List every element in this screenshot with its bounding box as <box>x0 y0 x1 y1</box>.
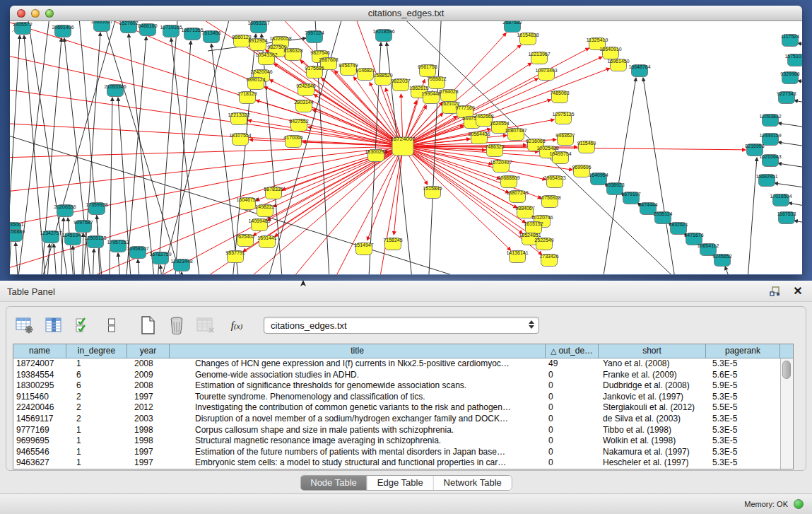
tab-network-table[interactable]: Network Table <box>434 476 512 490</box>
graph-node[interactable]: 8912954 <box>248 38 267 51</box>
graph-node[interactable]: 16154838 <box>517 33 539 45</box>
graph-node[interactable]: 20691406 <box>52 25 73 37</box>
table-row[interactable]: 1872400712008Changes of HCN gene express… <box>13 358 780 370</box>
window-titlebar[interactable]: citations_edges.txt <box>10 6 802 21</box>
select-columns-button[interactable] <box>44 315 64 335</box>
graph-node[interactable]: 1117524 <box>781 34 799 47</box>
graph-node[interactable]: 1691441 <box>257 235 276 248</box>
graph-node[interactable]: 1514947 <box>354 243 373 255</box>
graph-node[interactable]: 20206536 <box>54 204 76 217</box>
graph-node[interactable]: 12975125 <box>552 112 574 124</box>
graph-node[interactable]: 9245652 <box>712 254 731 267</box>
graph-node[interactable]: 20564436 <box>468 132 490 144</box>
graph-node[interactable]: 7486322 <box>485 144 504 157</box>
graph-node[interactable]: 15751074 <box>784 54 802 66</box>
graph-node[interactable]: 9097587 <box>73 220 93 233</box>
tab-node-table[interactable]: Node Table <box>300 476 367 490</box>
table-row[interactable]: 1938455462009Genome-wide association stu… <box>13 370 780 381</box>
scrollbar-thumb[interactable] <box>782 361 791 379</box>
column-header-short[interactable]: short <box>599 344 706 358</box>
graph-node[interactable]: 15720407 <box>490 160 512 173</box>
graph-node[interactable]: 2687682 <box>502 21 522 33</box>
close-panel-button[interactable]: ✕ <box>791 284 805 298</box>
graph-node[interactable]: 12093832 <box>759 114 781 127</box>
graph-node[interactable]: 5878335 <box>264 187 283 199</box>
graph-node[interactable]: 9822037 <box>391 78 410 91</box>
graph-node[interactable]: 6961758 <box>418 64 437 77</box>
graph-node[interactable]: 18300295 <box>365 149 387 162</box>
window-resize-grip[interactable] <box>10 21 21 33</box>
graph-node[interactable]: 12505135 <box>84 235 106 248</box>
graph-node[interactable]: 19495754 <box>549 151 571 164</box>
graph-node[interactable]: 12923448 <box>170 259 192 271</box>
graph-node[interactable]: 12342757 <box>40 230 61 243</box>
graph-node[interactable]: 9329966 <box>780 71 799 84</box>
graph-node[interactable]: 10973493 <box>535 68 557 81</box>
graph-node[interactable]: 8466160 <box>138 23 157 36</box>
table-row[interactable]: 1830029562008Estimation of significance … <box>13 380 780 392</box>
table-scrollbar[interactable] <box>780 358 793 469</box>
graph-node[interactable]: 11451947 <box>62 233 84 245</box>
graph-node[interactable]: 15692951 <box>755 174 777 187</box>
table-row[interactable]: 946362711997Embryonic stem cells: a mode… <box>13 457 780 469</box>
network-canvas[interactable]: 2405572206914061065532715276028466160107… <box>10 21 802 274</box>
graph-node[interactable]: 1733426 <box>539 254 558 267</box>
graph-node[interactable]: 18640910 <box>599 47 621 59</box>
column-header-pagerank[interactable]: pagerank <box>706 344 780 358</box>
graph-node[interactable]: 12213967 <box>528 52 550 64</box>
graph-node[interactable]: 7625402 <box>235 234 254 247</box>
graph-node[interactable]: 10655327 <box>90 21 112 32</box>
column-header-year[interactable]: year <box>127 344 170 358</box>
graph-node[interactable]: 1527602 <box>119 21 138 33</box>
graph-node[interactable]: 9242848 <box>296 83 315 96</box>
graph-node[interactable]: 4170066 <box>283 135 302 148</box>
column-header-out_de[interactable]: △out_de… <box>546 344 599 358</box>
graph-node[interactable]: 1588520 <box>373 73 392 86</box>
graph-node[interactable]: 17957253 <box>107 240 129 252</box>
graph-node[interactable]: 17359928 <box>86 202 107 215</box>
graph-node[interactable]: 8186328 <box>283 48 302 61</box>
graph-node[interactable]: 7955812 <box>427 76 446 89</box>
graph-node[interactable]: 2803144 <box>294 100 313 112</box>
graph-node[interactable]: 7957224 <box>305 30 324 43</box>
table-row[interactable]: 969969511998Structural magnetic resonanc… <box>13 436 780 447</box>
graph-node[interactable]: 17016504 <box>770 194 792 206</box>
graph-node[interactable]: 19654923 <box>543 175 565 188</box>
graph-node[interactable]: 9146821 <box>355 68 375 81</box>
graph-node[interactable]: 16958107 <box>126 246 148 259</box>
graph-node[interactable]: 18807249 <box>506 190 528 203</box>
graph-node[interactable]: 18107554 <box>229 133 251 146</box>
graph-node[interactable]: 10688809 <box>498 175 519 188</box>
graph-node[interactable]: 2718129 <box>237 91 257 104</box>
graph-node[interactable]: 6794028 <box>439 89 458 102</box>
graph-node[interactable]: 10543362 <box>255 52 277 65</box>
column-header-in_degree[interactable]: in_degree <box>66 344 127 358</box>
graph-node[interactable]: 19218596 <box>372 29 394 42</box>
clear-selection-button[interactable] <box>102 315 122 335</box>
graph-node[interactable]: 14099489 <box>248 218 270 231</box>
function-builder-button[interactable]: f(x) <box>225 315 249 335</box>
table-selector-dropdown[interactable]: citations_edges.txt <box>264 317 539 334</box>
graph-node[interactable]: 16210643 <box>759 154 781 167</box>
graph-node[interactable]: 14136141 <box>506 250 528 263</box>
table-row[interactable]: 1456911722003Disruption of a novel membe… <box>13 414 780 425</box>
float-panel-button[interactable] <box>768 284 782 298</box>
new-table-button[interactable] <box>138 315 158 335</box>
graph-node[interactable]: 7513456 <box>201 30 220 43</box>
table-settings-button[interactable] <box>15 315 35 335</box>
graph-node[interactable]: 10756928 <box>539 195 560 208</box>
graph-node[interactable]: 7158245 <box>383 238 402 250</box>
graph-node[interactable]: 9699695 <box>572 165 591 177</box>
delete-table-button-disabled[interactable] <box>196 315 216 335</box>
graph-node[interactable]: 7485063 <box>550 90 569 103</box>
network-view-window[interactable]: citations_edges.txt 24055722069140610655… <box>10 6 802 275</box>
graph-node[interactable]: 16648784 <box>628 64 650 77</box>
graph-node[interactable]: 10719165 <box>160 25 182 37</box>
graph-node[interactable]: 16782759 <box>149 252 171 264</box>
graph-node[interactable]: 9463627 <box>555 133 575 146</box>
graph-node[interactable]: 9115460 <box>577 141 596 153</box>
table-row[interactable]: 977716911998Corpus callosum shape and si… <box>13 425 780 436</box>
graph-node[interactable]: 21053346 <box>104 84 126 97</box>
table-row[interactable]: 946554611997Estimation of the future num… <box>13 447 780 458</box>
graph-node[interactable]: 8215958 <box>745 144 764 156</box>
